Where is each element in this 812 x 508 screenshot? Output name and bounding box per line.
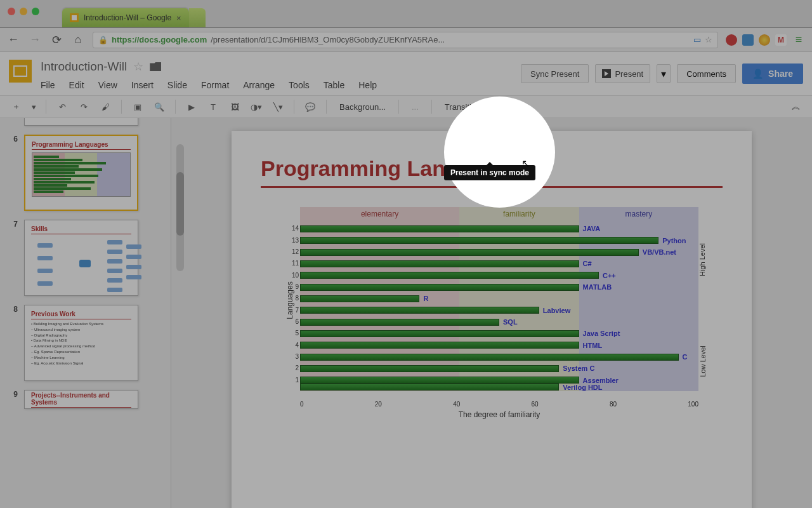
x-tick: 100: [688, 401, 698, 408]
thumbnail[interactable]: [24, 118, 138, 126]
present-button[interactable]: Present: [595, 64, 650, 83]
group-label-low: Low Level: [699, 345, 707, 377]
shape-tool[interactable]: ◑▾: [248, 98, 265, 115]
menu-file[interactable]: File: [41, 80, 55, 90]
transition-button[interactable]: Transition...: [440, 102, 492, 112]
x-tick: 20: [375, 401, 382, 408]
bar-label: MATLAB: [583, 283, 612, 291]
bar-c: [300, 354, 679, 361]
share-button[interactable]: 👤Share: [742, 64, 803, 84]
chrome-menu-icon[interactable]: ≡: [792, 33, 806, 46]
select-tool[interactable]: ▶: [183, 98, 200, 115]
new-slide-button[interactable]: ＋: [8, 98, 24, 115]
thumbnail-slide-8[interactable]: Previous Work• Building Imaging and Eval…: [24, 305, 138, 381]
bar-label: JAVA: [583, 225, 601, 232]
thumbnail-slide-9[interactable]: Projects--Instruments and Systems• Multi…: [24, 390, 138, 409]
image-tool[interactable]: 🖼: [226, 98, 243, 115]
menu-slide[interactable]: Slide: [167, 80, 187, 90]
new-slide-dropdown[interactable]: ▾: [29, 98, 38, 115]
gmail-icon[interactable]: M: [775, 34, 787, 46]
doc-title[interactable]: Introduction-Will: [41, 60, 127, 74]
bar-python: [300, 237, 658, 244]
menu-edit[interactable]: Edit: [69, 80, 84, 90]
background-button[interactable]: Backgroun...: [334, 102, 391, 112]
lock-icon: 🔒: [98, 36, 108, 44]
adblock-icon[interactable]: [726, 34, 737, 46]
present-label: Present: [615, 69, 643, 79]
slide[interactable]: Programming Languages elementaryfamiliar…: [232, 131, 752, 508]
bar-system-c: [300, 365, 559, 372]
home-button[interactable]: ⌂: [71, 33, 85, 46]
collapse-toolbar-icon[interactable]: ︽: [792, 101, 801, 112]
bar-labview: [300, 307, 539, 314]
address-bar[interactable]: 🔒 https://docs.google.com /presentation/…: [93, 32, 718, 48]
menu-view[interactable]: View: [98, 80, 117, 90]
menu-insert[interactable]: Insert: [131, 80, 154, 90]
present-dropdown[interactable]: ▾: [657, 64, 671, 83]
menu-format[interactable]: Format: [201, 80, 229, 90]
sync-present-button[interactable]: Sync Present: [521, 64, 589, 83]
maximize-window-icon[interactable]: [32, 8, 39, 15]
thumb-number: 8: [9, 305, 18, 381]
zoom-fit-button[interactable]: ▣: [129, 98, 146, 115]
back-button[interactable]: ←: [6, 33, 20, 46]
slide-panel[interactable]: 6Programming Languages7Skills8Previous W…: [0, 118, 171, 508]
url-path: /presentation/d/1CJm6HlBM3_Om0cy8GobdyZU…: [211, 35, 445, 44]
title-underline: [261, 186, 723, 188]
menu-arrange[interactable]: Arrange: [243, 80, 275, 90]
slides-logo-icon[interactable]: [9, 60, 32, 83]
bookmark-star-icon[interactable]: ☆: [705, 35, 712, 44]
panel-scrollbar[interactable]: [176, 144, 184, 271]
url-domain: https://docs.google.com: [112, 35, 207, 44]
line-tool[interactable]: ╲▾: [270, 98, 286, 115]
close-window-icon[interactable]: [8, 8, 15, 15]
browser-toolbar: ← → ⟳ ⌂ 🔒 https://docs.google.com /prese…: [0, 28, 812, 52]
browser-tab[interactable]: Introduction-Will – Google ×: [62, 8, 189, 27]
comments-button[interactable]: Comments: [677, 64, 736, 83]
share-icon: 👤: [752, 69, 763, 79]
x-tick: 60: [532, 401, 539, 408]
bar-matlab: [300, 284, 579, 291]
thumb-title: Projects--Instruments and Systems: [31, 392, 131, 408]
panel-toggle-icon[interactable]: ▭: [693, 35, 701, 44]
bar-label: System C: [563, 364, 594, 372]
star-icon[interactable]: ☆: [133, 60, 143, 74]
new-tab-button[interactable]: [189, 8, 206, 27]
menu-tools[interactable]: Tools: [289, 80, 310, 90]
toolbar: ＋ ▾ ↶ ↷ 🖌 ▣ 🔍 ▶ T 🖼 ◑▾ ╲▾ 💬 Backgroun...…: [0, 95, 812, 118]
tab-close-icon[interactable]: ×: [176, 13, 181, 23]
menu-table[interactable]: Table: [324, 80, 344, 90]
share-label: Share: [768, 69, 793, 79]
window-controls[interactable]: [8, 8, 39, 15]
thumbnail-slide-6[interactable]: Programming Languages: [24, 135, 138, 211]
extension-icon[interactable]: [742, 34, 754, 46]
menu-help[interactable]: Help: [358, 80, 377, 90]
scrollbar-thumb[interactable]: [176, 172, 184, 236]
bar-label: C++: [603, 272, 616, 279]
zoom-button[interactable]: 🔍: [151, 98, 167, 115]
undo-button[interactable]: ↶: [54, 98, 70, 115]
menubar: File Edit View Insert Slide Format Arran…: [41, 80, 512, 90]
chart: elementaryfamiliaritymastery Languages 1…: [276, 207, 723, 410]
redo-button[interactable]: ↷: [75, 98, 92, 115]
thumbnail-slide-7[interactable]: Skills: [24, 220, 138, 296]
bar-java: [300, 225, 579, 232]
layout-button[interactable]: ...: [407, 102, 424, 112]
header-right-actions: Sync Present Present ▾ Comments 👤Share: [521, 60, 803, 84]
reload-button[interactable]: ⟳: [49, 33, 63, 47]
thumb-title: Previous Work: [31, 311, 131, 319]
bar-vb-vb-net: [300, 249, 639, 256]
bar-label: R: [423, 295, 428, 302]
folder-icon[interactable]: [150, 62, 161, 71]
paint-format-button[interactable]: 🖌: [97, 98, 114, 115]
slides-favicon-icon: [70, 13, 79, 22]
cursor-icon: ↖: [521, 157, 530, 170]
bar-label: Verilog HDL: [563, 384, 602, 391]
thumb-title: Programming Languages: [32, 141, 131, 150]
play-icon: [602, 69, 611, 78]
minimize-window-icon[interactable]: [20, 8, 27, 15]
textbox-tool[interactable]: T: [205, 98, 221, 115]
extension-icon[interactable]: [759, 34, 770, 46]
bar-c-: [300, 260, 579, 267]
comment-tool[interactable]: 💬: [302, 98, 318, 115]
